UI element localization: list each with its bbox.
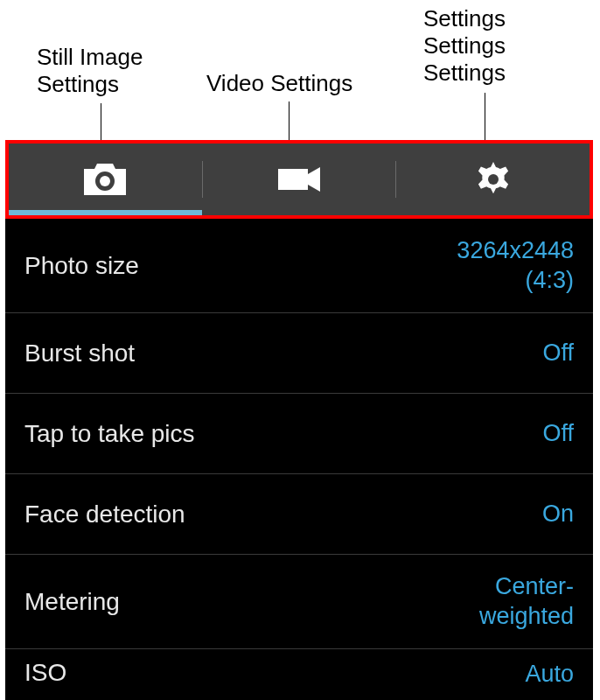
annotation-settings: Settings Settings Settings: [423, 5, 506, 88]
svg-point-4: [488, 174, 499, 185]
setting-value: Center- weighted: [479, 572, 574, 632]
annotation-line: [485, 93, 485, 140]
camera-icon: [80, 160, 129, 199]
annotation-line: [289, 102, 290, 140]
setting-value: Off: [542, 339, 574, 368]
tab-still-image-settings[interactable]: [9, 144, 202, 215]
setting-label: Burst shot: [24, 340, 135, 368]
setting-burst-shot[interactable]: Burst shot Off: [5, 313, 593, 394]
setting-tap-to-take-pics[interactable]: Tap to take pics Off: [5, 394, 593, 474]
annotation-video: Video Settings: [206, 70, 352, 97]
setting-value: Off: [542, 419, 574, 449]
setting-label: Face detection: [24, 500, 185, 528]
settings-list: Photo size 3264x2448 (4:3) Burst shot Of…: [5, 219, 593, 696]
annotation-overlay: Still Image Settings Video Settings Sett…: [0, 0, 600, 140]
camera-settings-screen: Photo size 3264x2448 (4:3) Burst shot Of…: [5, 140, 593, 700]
setting-label: Photo size: [24, 252, 139, 280]
svg-rect-2: [278, 169, 308, 190]
setting-value: On: [542, 500, 574, 529]
tab-video-settings[interactable]: [203, 144, 396, 215]
annotation-line: [101, 103, 101, 140]
setting-label: Tap to take pics: [24, 420, 195, 448]
setting-metering[interactable]: Metering Center- weighted: [5, 555, 593, 649]
settings-tab-bar: [5, 140, 593, 219]
setting-label: ISO: [24, 659, 66, 687]
setting-iso[interactable]: ISO Auto: [5, 649, 593, 696]
setting-value: Auto: [525, 649, 574, 690]
annotation-still-image: Still Image Settings: [37, 44, 143, 98]
setting-value: 3264x2448 (4:3): [457, 236, 574, 296]
setting-face-detection[interactable]: Face detection On: [5, 474, 593, 555]
setting-label: Metering: [24, 588, 120, 616]
setting-photo-size[interactable]: Photo size 3264x2448 (4:3): [5, 219, 593, 313]
svg-point-1: [100, 176, 110, 186]
tab-general-settings[interactable]: [396, 144, 590, 215]
video-icon: [275, 164, 324, 195]
active-tab-underline: [9, 210, 202, 215]
gear-icon: [474, 160, 513, 199]
